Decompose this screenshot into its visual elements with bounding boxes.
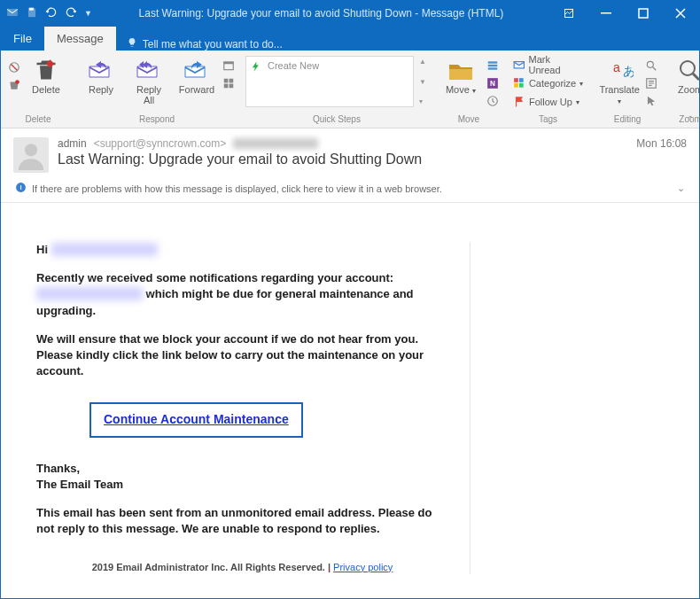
reply-button[interactable]: Reply <box>79 56 123 97</box>
group-delete: Delete Delete <box>3 54 74 128</box>
info-text: If there are problems with how this mess… <box>32 183 442 194</box>
svg-rect-1 <box>601 12 611 14</box>
ribbon-options-icon[interactable] <box>550 1 587 26</box>
svg-rect-7 <box>224 79 229 83</box>
delete-button[interactable]: Delete <box>24 56 68 97</box>
svg-rect-13 <box>488 67 498 69</box>
svg-point-26 <box>681 61 695 75</box>
svg-rect-6 <box>224 62 234 64</box>
lightning-icon <box>250 60 262 76</box>
reply-all-button[interactable]: Reply All <box>127 56 171 107</box>
tell-me-label: Tell me what you want to do... <box>143 38 283 51</box>
gallery-down-icon[interactable]: ▼ <box>419 78 426 86</box>
group-move: Move ▾ N Move <box>433 54 504 128</box>
footer: 2019 Email Administrator Inc. All Rights… <box>36 561 448 574</box>
info-icon: i <box>15 182 27 195</box>
svg-rect-20 <box>514 83 518 88</box>
group-tags: Mark Unread Categorize ▾ Follow Up ▾ Tag… <box>504 54 592 128</box>
qat-undo-icon[interactable] <box>45 6 58 21</box>
avatar <box>13 137 49 173</box>
close-button[interactable] <box>662 1 699 26</box>
svg-text:a: a <box>613 60 620 74</box>
move-button[interactable]: Move ▾ <box>439 56 483 98</box>
group-label-move: Move <box>439 114 499 126</box>
more-respond-icon[interactable] <box>222 77 235 93</box>
svg-rect-9 <box>224 84 229 89</box>
junk-icon[interactable] <box>8 79 20 95</box>
privacy-policy-link[interactable]: Privacy policy <box>333 562 393 572</box>
continue-maintenance-link[interactable]: Continue Account Maintenance <box>89 402 303 438</box>
account-redacted: xxxxxxxx <box>36 287 143 300</box>
svg-text:N: N <box>490 80 495 88</box>
actions-icon[interactable] <box>486 95 499 111</box>
greeting-name-redacted: xxxxxxxx <box>51 243 158 256</box>
svg-text:あ: あ <box>623 64 634 78</box>
find-icon[interactable] <box>645 59 657 75</box>
minimize-button[interactable] <box>587 1 625 26</box>
svg-rect-2 <box>639 9 648 18</box>
group-quicksteps: Create New ▲ ▼ ▾ Quick Steps <box>240 54 433 128</box>
reply-all-label: Reply All <box>136 84 161 105</box>
tab-message[interactable]: Message <box>44 27 116 51</box>
tell-me-search[interactable]: Tell me what you want to do... <box>116 37 293 51</box>
categorize-button[interactable]: Categorize ▾ <box>509 74 587 92</box>
qat-dropdown-icon[interactable]: ▼ <box>84 9 92 18</box>
from-name: admin <box>58 137 87 150</box>
chevron-down-icon[interactable]: ⌄ <box>677 183 685 194</box>
zoom-label: Zoom <box>678 84 700 95</box>
subject-line: Last Warning: Upgrade your email to avoi… <box>58 152 687 167</box>
ribbon-tabs: File Message Tell me what you want to do… <box>1 26 699 51</box>
forward-button[interactable]: Forward <box>175 56 219 97</box>
collapse-ribbon-icon[interactable]: ⌃ <box>687 114 694 124</box>
related-icon[interactable] <box>645 77 657 93</box>
reply-label: Reply <box>89 84 113 95</box>
info-bar[interactable]: i If there are problems with how this me… <box>1 178 699 203</box>
svg-rect-8 <box>229 79 234 83</box>
group-label-zoom: Zoom <box>668 114 700 126</box>
svg-rect-19 <box>519 78 524 82</box>
meeting-icon[interactable] <box>222 59 235 75</box>
message-body: Hi xxxxxxxx Recently we received some no… <box>1 203 699 598</box>
quicksteps-gallery[interactable]: Create New <box>245 56 414 107</box>
svg-point-27 <box>25 144 37 156</box>
onenote-icon[interactable]: N <box>486 77 499 93</box>
tab-file[interactable]: File <box>1 27 44 51</box>
group-label-quicksteps: Quick Steps <box>245 114 428 126</box>
mark-unread-button[interactable]: Mark Unread <box>509 56 587 74</box>
group-label-tags: Tags <box>509 114 587 126</box>
qat-save-icon[interactable] <box>26 6 38 21</box>
select-icon[interactable] <box>645 95 657 111</box>
group-respond: Reply Reply All Forward Respond <box>74 54 240 128</box>
to-address-redacted: xxxxxxxx <box>233 138 318 149</box>
titlebar: ▼ Last Warning: Upgrade your email to av… <box>1 1 699 26</box>
rules-icon[interactable] <box>486 59 499 75</box>
from-address: <support@synncrown.com> <box>94 137 227 150</box>
svg-point-4 <box>15 80 19 84</box>
delete-label: Delete <box>32 84 60 95</box>
group-label-editing: Editing <box>597 114 657 126</box>
message-header: admin <support@synncrown.com> xxxxxxxx M… <box>1 128 699 178</box>
qat-redo-icon[interactable] <box>65 6 77 21</box>
svg-rect-12 <box>488 65 498 66</box>
received-time: Mon 16:08 <box>636 137 687 150</box>
svg-point-24 <box>647 61 653 67</box>
zoom-button[interactable]: Zoom <box>668 56 700 97</box>
lightbulb-icon <box>127 37 137 51</box>
svg-rect-18 <box>514 78 518 82</box>
window-title: Last Warning: Upgrade your email to avoi… <box>92 7 550 19</box>
forward-label: Forward <box>179 84 214 95</box>
ribbon: Delete Delete Reply Reply All Forward <box>1 51 699 128</box>
translate-label: Translate▾ <box>599 84 639 107</box>
translate-button[interactable]: aあ Translate▾ <box>597 56 642 109</box>
create-new-label: Create New <box>268 60 319 71</box>
message-window: ▼ Last Warning: Upgrade your email to av… <box>0 0 700 599</box>
svg-rect-10 <box>229 84 234 89</box>
svg-text:i: i <box>19 183 21 191</box>
gallery-up-icon[interactable]: ▲ <box>419 58 426 66</box>
maximize-button[interactable] <box>625 1 662 26</box>
followup-button[interactable]: Follow Up ▾ <box>509 93 587 111</box>
move-label: Move ▾ <box>446 84 476 97</box>
group-label-delete: Delete <box>8 114 68 126</box>
ignore-icon[interactable] <box>8 61 20 77</box>
gallery-expand-icon[interactable]: ▾ <box>419 97 426 105</box>
